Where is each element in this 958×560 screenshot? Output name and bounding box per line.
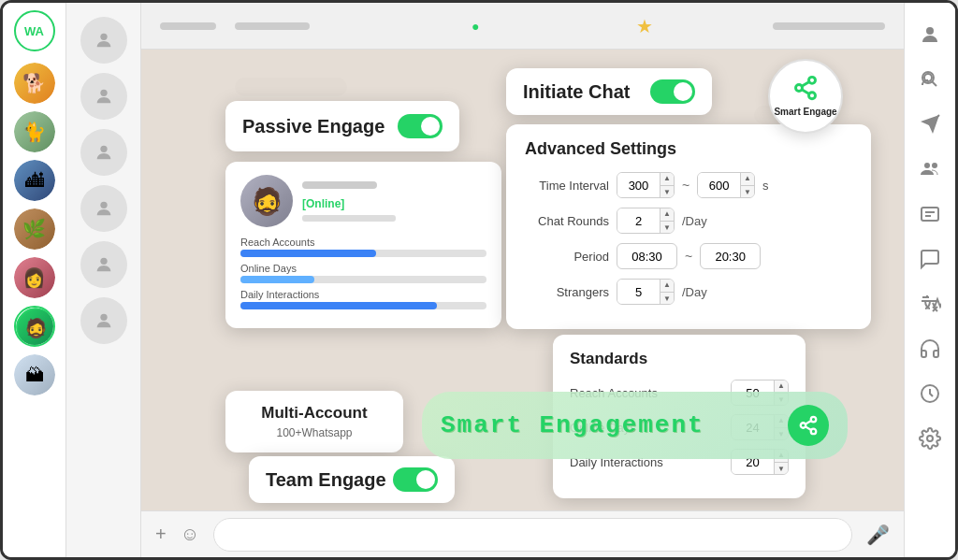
time-max-up[interactable]: ▲	[740, 172, 754, 186]
reach-accounts-bg	[240, 250, 486, 257]
svg-point-23	[932, 163, 937, 168]
chat-bottom: + ☺ 🎤	[141, 510, 904, 557]
logo-text: WA	[24, 24, 44, 38]
smart-engagement-share-btn[interactable]	[788, 405, 829, 446]
period-start-input[interactable]	[617, 243, 677, 269]
side-list-panel	[66, 3, 141, 557]
time-min-down[interactable]: ▼	[660, 186, 674, 199]
reach-accounts-row: Reach Accounts	[240, 237, 486, 257]
chat-rounds-row: Chat Rounds ▲ ▼ /Day	[525, 208, 852, 234]
side-list-item-5[interactable]	[80, 241, 127, 288]
passive-engage-toggle[interactable]	[398, 114, 443, 138]
header-bar-1	[160, 22, 216, 30]
svg-point-3	[100, 202, 107, 208]
std-daily-down[interactable]: ▼	[774, 463, 788, 476]
smart-engagement-text: Smart Engagement	[441, 411, 704, 439]
avatar-5[interactable]: 👩	[14, 257, 55, 298]
chat-icon[interactable]	[912, 241, 948, 277]
initiate-chat-label: Initiate Chat	[523, 81, 630, 103]
headset-icon[interactable]	[912, 331, 948, 366]
time-interval-label: Time Interval	[525, 179, 609, 193]
strangers-up[interactable]: ▲	[660, 279, 674, 293]
mic-icon[interactable]: 🎤	[866, 524, 890, 546]
side-list-item-6[interactable]	[80, 297, 127, 344]
svg-rect-24	[922, 208, 938, 221]
daily-interactions-bg	[240, 302, 486, 309]
clock-icon[interactable]	[912, 376, 948, 411]
translate-icon[interactable]	[912, 286, 948, 322]
time-max-down[interactable]: ▼	[740, 186, 754, 199]
side-list-item-3[interactable]	[80, 129, 127, 176]
svg-line-9	[806, 426, 811, 430]
time-interval-max-value[interactable]	[698, 173, 740, 197]
passive-engage-label: Passive Engage	[242, 116, 385, 137]
team-engage-toggle[interactable]	[393, 467, 438, 492]
multi-account-subtitle: 100+Whatsapp	[242, 426, 386, 439]
daily-interactions-fill	[240, 302, 437, 309]
strangers-down[interactable]: ▼	[660, 293, 674, 306]
reach-accounts-label: Reach Accounts	[240, 237, 486, 248]
reach-accounts-fill	[240, 250, 376, 257]
group-icon[interactable]	[912, 151, 948, 187]
time-unit: s	[762, 179, 769, 193]
period-end-input[interactable]	[700, 243, 761, 269]
header-bar-2	[235, 22, 310, 30]
strangers-value[interactable]	[617, 280, 660, 304]
team-engage-label: Team Engage	[266, 469, 386, 491]
passive-engage-card: Passive Engage	[225, 101, 459, 151]
search-contacts-icon[interactable]	[912, 62, 948, 97]
message-input[interactable]	[213, 518, 852, 552]
emoji-icon[interactable]: ☺	[181, 524, 199, 545]
avatar-7[interactable]: 🏔	[14, 354, 55, 395]
tilde-2: ~	[685, 249, 692, 264]
svg-point-28	[927, 436, 933, 441]
strangers-unit: /Day	[682, 285, 707, 299]
time-interval-min-input[interactable]: ▲ ▼	[617, 172, 675, 198]
chat-rounds-label: Chat Rounds	[525, 214, 609, 228]
card-icon[interactable]	[912, 196, 948, 232]
time-interval-min-value[interactable]	[617, 173, 660, 197]
multi-account-title: Multi-Account	[242, 404, 386, 423]
initiate-chat-card: Initiate Chat	[506, 68, 712, 115]
right-panel	[904, 3, 955, 557]
svg-point-22	[924, 163, 930, 168]
svg-line-10	[806, 421, 811, 424]
profile-bar	[302, 215, 396, 222]
advanced-settings-card: Advanced Settings Time Interval ▲ ▼ ~	[506, 124, 871, 329]
chat-rounds-unit: /Day	[682, 214, 707, 228]
profile-status: [Online]	[302, 197, 344, 210]
period-label: Period	[525, 250, 609, 264]
chat-messages: Passive Engage 🧔 [Online]	[141, 50, 904, 510]
chat-rounds-up[interactable]: ▲	[660, 208, 674, 222]
avatar-6-active[interactable]: 🧔	[14, 306, 55, 347]
add-icon[interactable]: +	[155, 524, 167, 545]
app-logo[interactable]: WA	[14, 10, 55, 51]
online-days-row: Online Days	[240, 263, 486, 283]
daily-interactions-label: Daily Interactions	[240, 289, 486, 300]
chat-area: ● ★ Passive Engage	[141, 3, 904, 557]
avatar-4[interactable]: 🌿	[14, 208, 55, 250]
avatar-2[interactable]: 🐈	[14, 111, 55, 152]
avatar-1[interactable]: 🐕	[14, 63, 55, 104]
svg-point-0	[100, 34, 107, 40]
chat-rounds-down[interactable]: ▼	[660, 222, 674, 235]
initiate-chat-toggle[interactable]	[650, 79, 695, 104]
side-list-item-4[interactable]	[80, 185, 127, 232]
time-interval-max-input[interactable]: ▲ ▼	[697, 172, 755, 198]
advanced-settings-title: Advanced Settings	[525, 139, 852, 159]
side-list-item-2[interactable]	[80, 73, 127, 120]
time-min-up[interactable]: ▲	[660, 172, 674, 186]
contacts-icon[interactable]	[912, 17, 948, 52]
time-interval-row: Time Interval ▲ ▼ ~ ▲	[525, 172, 852, 198]
send-icon[interactable]	[912, 107, 948, 142]
online-days-fill	[240, 276, 314, 283]
period-row: Period ~	[525, 243, 852, 269]
profile-info: [Online]	[302, 181, 486, 222]
strangers-input[interactable]: ▲ ▼	[617, 279, 675, 305]
svg-line-19	[932, 81, 936, 86]
avatar-3[interactable]: 🏙	[14, 160, 55, 201]
chat-rounds-value[interactable]	[617, 208, 660, 233]
chat-rounds-input[interactable]: ▲ ▼	[617, 208, 675, 234]
side-list-item-1[interactable]	[80, 17, 127, 64]
settings-icon[interactable]	[912, 421, 948, 456]
